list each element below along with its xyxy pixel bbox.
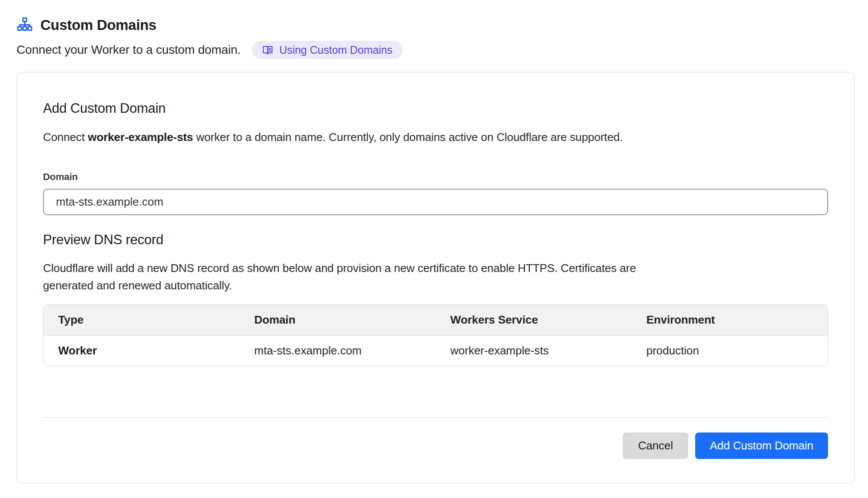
dialog-heading: Add Custom Domain [43,100,828,117]
page-header: Custom Domains [17,16,851,35]
add-custom-domain-button[interactable]: Add Custom Domain [695,432,828,459]
description-prefix: Connect [43,131,88,144]
column-header-environment: Environment [632,305,828,335]
dialog-description: Connect worker-example-sts worker to a d… [43,130,828,144]
cell-domain: mta-sts.example.com [240,335,436,366]
preview-dns-heading: Preview DNS record [43,232,828,248]
domain-label: Domain [43,172,828,182]
add-custom-domain-card: Add Custom Domain Connect worker-example… [17,72,855,483]
book-icon [262,44,274,56]
column-header-type: Type [43,305,240,335]
page-subtitle-row: Connect your Worker to a custom domain. … [17,41,851,59]
docs-link-label: Using Custom Domains [279,44,393,56]
preview-dns-description: Cloudflare will add a new DNS record as … [43,259,828,294]
domain-input[interactable] [43,189,828,215]
worker-name: worker-example-sts [88,131,193,144]
cell-type: Worker [43,335,240,366]
preview-description-line1: Cloudflare will add a new DNS record as … [43,259,828,277]
description-suffix: worker to a domain name. Currently, only… [193,131,623,144]
column-header-domain: Domain [240,305,436,335]
sitemap-icon [17,17,33,33]
cancel-button[interactable]: Cancel [623,432,688,459]
cell-workers-service: worker-example-sts [436,335,632,366]
column-header-workers-service: Workers Service [436,305,632,335]
cell-environment: production [632,335,828,366]
footer-divider [43,417,828,418]
dns-preview-table: Type Domain Workers Service Environment … [43,305,828,366]
page-title: Custom Domains [40,16,156,35]
footer-actions: Cancel Add Custom Domain [43,432,828,459]
table-header-row: Type Domain Workers Service Environment [43,305,828,335]
page-subtitle: Connect your Worker to a custom domain. [17,43,241,57]
custom-domains-page: Custom Domains Connect your Worker to a … [0,0,868,483]
table-row: Worker mta-sts.example.com worker-exampl… [43,335,828,366]
preview-description-line2: generated and renewed automatically. [43,277,828,294]
using-custom-domains-link[interactable]: Using Custom Domains [252,41,403,59]
